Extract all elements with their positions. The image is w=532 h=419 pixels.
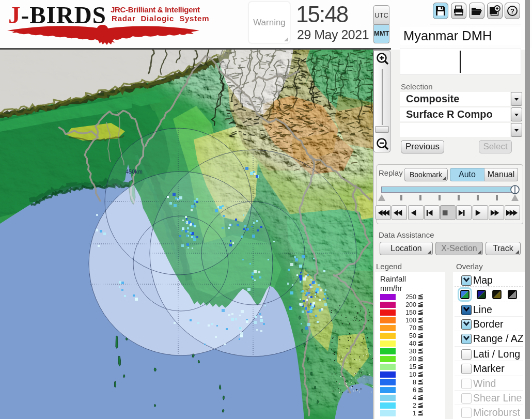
svg-text:?: ?	[510, 7, 514, 15]
svg-text:450km: 450km	[126, 168, 143, 175]
